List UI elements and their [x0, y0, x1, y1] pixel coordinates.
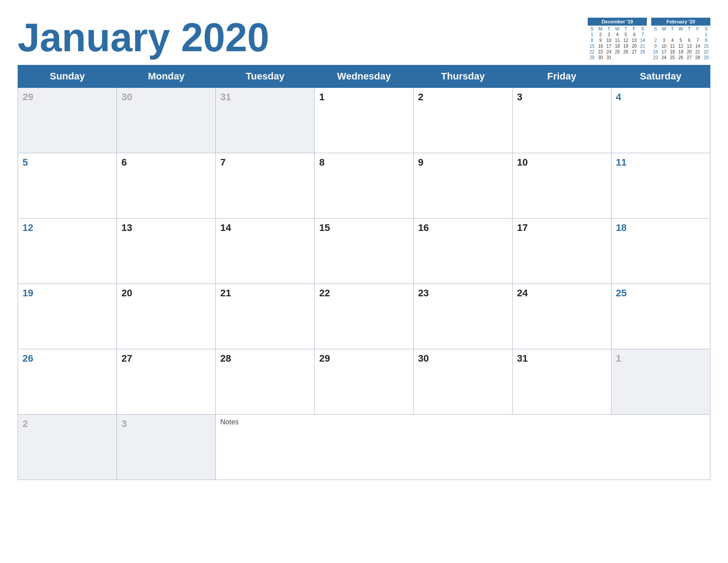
calendar-cell: 12 — [18, 219, 117, 284]
calendar-cell: 3 — [512, 88, 611, 153]
calendar-cell: 29 — [315, 349, 413, 415]
day-number: 8 — [319, 157, 324, 168]
header-area: January 2020 December '19 SMTWTFS 123456… — [18, 13, 710, 60]
mini-cal-next: February '20 SMTWTFS 1234567891011121314… — [651, 18, 710, 60]
calendar-cell: 1 — [315, 88, 413, 153]
day-number: 1 — [616, 353, 621, 364]
main-calendar: SundayMondayTuesdayWednesdayThursdayFrid… — [18, 65, 710, 480]
notes-row: 23Notes — [18, 415, 710, 480]
calendar-cell: 20 — [117, 284, 216, 349]
calendar-cell: 22 — [315, 284, 413, 349]
day-number: 19 — [23, 287, 33, 299]
notes-day-3: 3 — [117, 415, 216, 480]
day-number: 11 — [616, 157, 627, 168]
calendar-cell: 24 — [512, 284, 611, 349]
calendar-cell: 23 — [413, 284, 512, 349]
calendar-cell: 21 — [216, 284, 315, 349]
calendar-cell: 1 — [611, 349, 710, 415]
mini-calendars: December '19 SMTWTFS 1234567891011121314… — [588, 18, 710, 60]
day-number: 14 — [220, 222, 231, 233]
day-number: 21 — [220, 287, 231, 299]
notes-day-2: 2 — [18, 415, 117, 480]
day-number: 10 — [517, 157, 528, 168]
day-number: 13 — [121, 222, 132, 233]
notes-cell: Notes — [216, 415, 710, 480]
day-number: 29 — [319, 353, 330, 364]
weekday-header-tuesday: Tuesday — [216, 65, 315, 88]
calendar-cell: 10 — [512, 153, 611, 219]
calendar-cell: 8 — [315, 153, 413, 219]
day-number: 5 — [23, 157, 28, 168]
calendar-cell: 13 — [117, 219, 216, 284]
day-number: 30 — [418, 353, 429, 364]
calendar-cell: 7 — [216, 153, 315, 219]
day-number: 3 — [517, 91, 522, 102]
calendar-cell: 31 — [512, 349, 611, 415]
calendar-cell: 27 — [117, 349, 216, 415]
calendar-cell: 25 — [611, 284, 710, 349]
day-number: 6 — [121, 157, 127, 168]
day-number: 31 — [220, 91, 231, 102]
day-number: 29 — [23, 91, 33, 102]
calendar-cell: 16 — [413, 219, 512, 284]
day-number: 1 — [319, 91, 324, 102]
day-number: 24 — [517, 287, 528, 299]
calendar-cell: 28 — [216, 349, 315, 415]
day-number: 22 — [319, 287, 330, 299]
calendar-week-1: 2930311234 — [18, 88, 710, 153]
calendar-cell: 5 — [18, 153, 117, 219]
calendar-cell: 17 — [512, 219, 611, 284]
weekday-header-monday: Monday — [117, 65, 216, 88]
day-number: 7 — [220, 157, 225, 168]
calendar-cell: 6 — [117, 153, 216, 219]
mini-cal-next-header: February '20 — [651, 18, 710, 26]
weekday-header-saturday: Saturday — [611, 65, 710, 88]
calendar-cell: 2 — [413, 88, 512, 153]
weekday-header-friday: Friday — [512, 65, 611, 88]
calendar-cell: 18 — [611, 219, 710, 284]
day-number: 28 — [220, 353, 231, 364]
calendar-week-3: 12131415161718 — [18, 219, 710, 284]
day-number: 18 — [616, 222, 627, 233]
day-number: 2 — [418, 91, 424, 102]
calendar-cell: 31 — [216, 88, 315, 153]
day-number: 23 — [418, 287, 429, 299]
weekday-header-thursday: Thursday — [413, 65, 512, 88]
main-title: January 2020 — [18, 13, 269, 57]
day-number: 20 — [121, 287, 132, 299]
mini-cal-prev-header: December '19 — [588, 18, 647, 26]
mini-cal-prev: December '19 SMTWTFS 1234567891011121314… — [588, 18, 647, 60]
calendar-cell: 11 — [611, 153, 710, 219]
day-number: 17 — [517, 222, 528, 233]
calendar-week-4: 19202122232425 — [18, 284, 710, 349]
day-number: 9 — [418, 157, 424, 168]
day-number: 30 — [121, 91, 132, 102]
day-number: 16 — [418, 222, 429, 233]
weekday-header-wednesday: Wednesday — [315, 65, 413, 88]
calendar-cell: 26 — [18, 349, 117, 415]
weekday-header-sunday: Sunday — [18, 65, 117, 88]
day-number: 31 — [517, 353, 528, 364]
day-number: 12 — [23, 222, 33, 233]
day-number: 15 — [319, 222, 330, 233]
calendar-cell: 30 — [413, 349, 512, 415]
calendar-cell: 30 — [117, 88, 216, 153]
calendar-cell: 4 — [611, 88, 710, 153]
day-number: 4 — [616, 91, 621, 102]
calendar-cell: 19 — [18, 284, 117, 349]
calendar-cell: 29 — [18, 88, 117, 153]
calendar-cell: 15 — [315, 219, 413, 284]
calendar-cell: 9 — [413, 153, 512, 219]
day-number: 26 — [23, 353, 33, 364]
calendar-week-2: 567891011 — [18, 153, 710, 219]
notes-label: Notes — [220, 418, 239, 426]
day-number: 25 — [616, 287, 627, 299]
calendar-cell: 14 — [216, 219, 315, 284]
calendar-week-5: 2627282930311 — [18, 349, 710, 415]
day-number: 27 — [121, 353, 132, 364]
